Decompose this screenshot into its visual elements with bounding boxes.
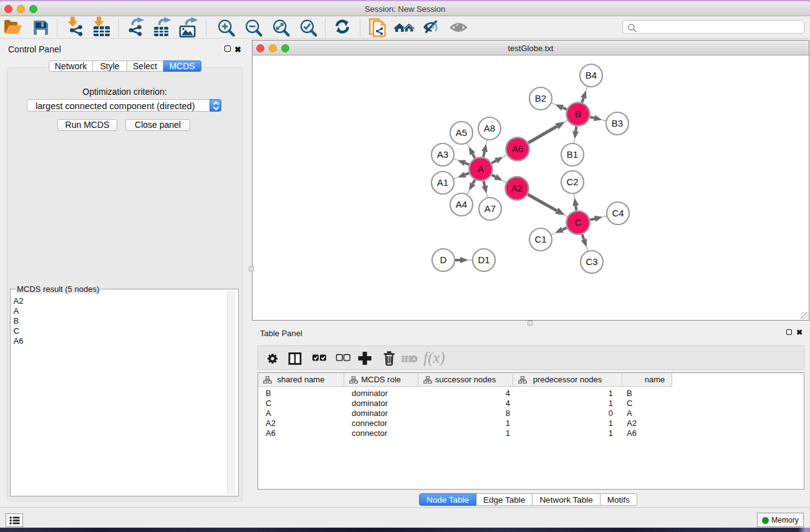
svg-text:C3: C3	[586, 256, 597, 267]
svg-text:A: A	[478, 163, 484, 174]
svg-text:A8: A8	[484, 123, 495, 133]
svg-text:C2: C2	[566, 177, 578, 187]
svg-text:A6: A6	[512, 143, 523, 154]
svg-text:A5: A5	[456, 127, 467, 138]
svg-text:C1: C1	[534, 234, 546, 244]
svg-text:A7: A7	[485, 203, 496, 214]
svg-text:A3: A3	[437, 149, 448, 160]
svg-text:C: C	[575, 217, 582, 228]
svg-text:B: B	[575, 109, 581, 119]
svg-text:B4: B4	[586, 70, 597, 80]
svg-text:A1: A1	[437, 177, 448, 188]
svg-text:A2: A2	[511, 183, 523, 193]
svg-text:C4: C4	[612, 208, 624, 218]
svg-text:D: D	[440, 254, 447, 265]
svg-text:A4: A4	[456, 199, 467, 210]
svg-text:D1: D1	[478, 254, 489, 265]
svg-text:B3: B3	[612, 118, 623, 128]
svg-text:B1: B1	[567, 149, 578, 160]
svg-text:f(x): f(x)	[423, 349, 445, 367]
svg-text:B2: B2	[535, 93, 546, 104]
